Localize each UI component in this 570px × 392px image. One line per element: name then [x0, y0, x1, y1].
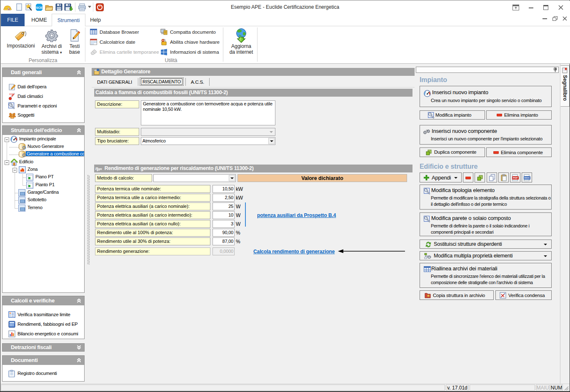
svg-text:PDF: PDF — [513, 176, 518, 179]
svg-text:DOC: DOC — [524, 176, 530, 179]
